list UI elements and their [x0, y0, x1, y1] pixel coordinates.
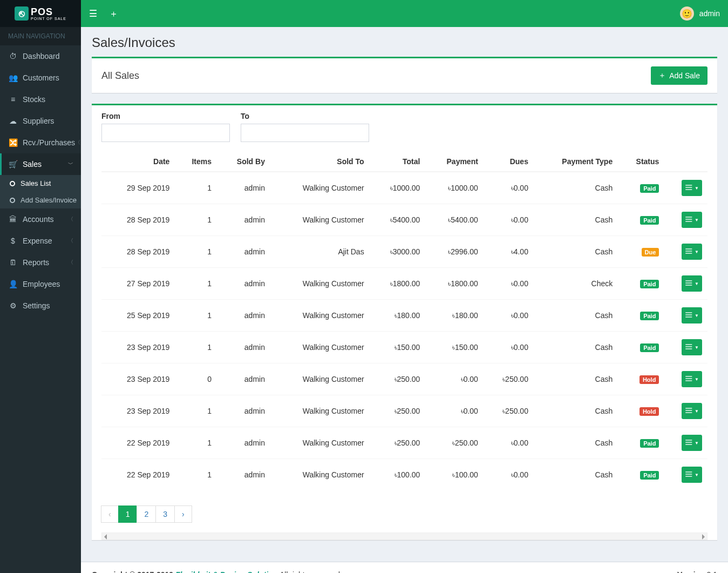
cell: 0: [175, 363, 217, 395]
status-cell: Paid: [618, 268, 664, 300]
nav-item-sales[interactable]: 🛒Sales﹀: [0, 153, 81, 175]
cell: 22 Sep 2019: [101, 427, 175, 459]
version-label: Version: [677, 570, 705, 573]
caret-down-icon: ▼: [695, 186, 699, 191]
row-actions-button[interactable]: ▼: [682, 275, 702, 292]
nav-item-expense[interactable]: $Expense〈: [0, 230, 81, 252]
add-sale-button[interactable]: ＋ Add Sale: [651, 66, 707, 85]
page-next[interactable]: ›: [174, 505, 192, 523]
caret-down-icon: ▼: [695, 250, 699, 254]
status-badge: Paid: [640, 216, 659, 225]
cell: ৳150.00: [425, 332, 484, 363]
row-actions-button[interactable]: ▼: [682, 467, 702, 483]
from-label: From: [101, 112, 230, 120]
cell: 1: [175, 268, 217, 300]
nav-section-header: MAIN NAVIGATION: [0, 27, 81, 45]
status-cell: Due: [618, 236, 664, 268]
status-cell: Paid: [618, 427, 664, 459]
cell: Walking Customer: [270, 300, 370, 332]
cell: ৳0.00: [484, 268, 534, 300]
nav-label: Reports: [23, 258, 49, 267]
col-items: Items: [175, 152, 217, 172]
plus-icon: ＋: [658, 71, 666, 80]
to-date-input[interactable]: [241, 124, 369, 142]
all-sales-box: All Sales ＋ Add Sale: [92, 57, 717, 93]
status-cell: Hold: [618, 363, 664, 395]
list-icon: [685, 439, 693, 447]
nav-item-rcv-purchases[interactable]: 🔀Rcv./Purchases〈: [0, 132, 81, 153]
cell: ৳250.00: [370, 363, 426, 395]
table-row: 29 Sep 20191adminWalking Customer৳1000.0…: [101, 172, 707, 204]
list-icon: [685, 311, 693, 320]
from-date-input[interactable]: [101, 124, 230, 142]
actions-cell: ▼: [664, 395, 707, 427]
page-1[interactable]: 1: [118, 505, 138, 523]
row-actions-button[interactable]: ▼: [682, 403, 702, 419]
status-cell: Paid: [618, 300, 664, 332]
nav-item-settings[interactable]: ⚙Settings: [0, 295, 81, 316]
pagination: ‹123›: [92, 496, 717, 532]
row-actions-button[interactable]: ▼: [682, 307, 702, 323]
nav-item-suppliers[interactable]: ☁Suppliers: [0, 110, 81, 132]
col-date: Date: [101, 152, 175, 172]
quick-add-icon[interactable]: ＋: [109, 8, 118, 20]
table-row: 23 Sep 20190adminWalking Customer৳250.00…: [101, 363, 707, 395]
row-actions-button[interactable]: ▼: [682, 339, 702, 355]
brand-subtitle: POINT OF SALE: [31, 17, 66, 21]
status-cell: Hold: [618, 395, 664, 427]
cell: 1: [175, 332, 217, 363]
horizontal-scrollbar[interactable]: [101, 532, 707, 540]
cell: ৳3000.00: [370, 236, 426, 268]
cell: Ajit Das: [270, 236, 370, 268]
cell: ৳0.00: [484, 427, 534, 459]
footer-copyright: Copyright © 2017-2019: [92, 570, 173, 573]
cell: 27 Sep 2019: [101, 268, 175, 300]
cell: ৳250.00: [370, 395, 426, 427]
nav-sub-sales-list[interactable]: Sales List: [0, 175, 81, 192]
cell: ৳0.00: [484, 172, 534, 204]
sales-list-box: From To DateItemsSold BySold ToTotalPaym…: [92, 104, 717, 540]
list-icon: [685, 279, 693, 288]
nav-item-reports[interactable]: 🗓Reports〈: [0, 252, 81, 273]
col-payment-type: Payment Type: [534, 152, 618, 172]
chevron-icon: 〈: [75, 139, 80, 146]
nav-item-stocks[interactable]: ≡Stocks: [0, 89, 81, 110]
page-2[interactable]: 2: [137, 505, 156, 523]
nav-sub-add-sales-invoice[interactable]: Add Sales/Invoice: [0, 192, 81, 208]
cell: ৳100.00: [425, 459, 484, 491]
cell: admin: [217, 172, 270, 204]
cell: ৳250.00: [370, 427, 426, 459]
sidebar-toggle-icon[interactable]: ☰: [89, 8, 97, 19]
cell: Cash: [534, 459, 618, 491]
caret-down-icon: ▼: [695, 281, 699, 286]
cell: ৳180.00: [370, 300, 426, 332]
employees-icon: 👤: [8, 280, 18, 288]
cell: admin: [217, 459, 270, 491]
row-actions-button[interactable]: ▼: [682, 371, 702, 387]
table-row: 22 Sep 20191adminWalking Customer৳100.00…: [101, 459, 707, 491]
nav-item-dashboard[interactable]: ⏱Dashboard: [0, 45, 81, 67]
col-status: Status: [618, 152, 664, 172]
cell: admin: [217, 204, 270, 236]
caret-down-icon: ▼: [695, 473, 699, 477]
actions-cell: ▼: [664, 268, 707, 300]
nav-item-customers[interactable]: 👥Customers: [0, 67, 81, 89]
actions-cell: ▼: [664, 332, 707, 363]
footer-brand[interactable]: Flexible it & Design Solution: [175, 570, 277, 573]
page-3[interactable]: 3: [155, 505, 175, 523]
row-actions-button[interactable]: ▼: [682, 244, 702, 260]
row-actions-button[interactable]: ▼: [682, 180, 702, 196]
cell: 1: [175, 236, 217, 268]
nav-item-employees[interactable]: 👤Employees: [0, 273, 81, 295]
page-prev: ‹: [101, 505, 119, 523]
row-actions-button[interactable]: ▼: [682, 212, 702, 228]
cell: Cash: [534, 172, 618, 204]
actions-cell: ▼: [664, 363, 707, 395]
nav-item-accounts[interactable]: 🏛Accounts〈: [0, 208, 81, 230]
nav-label: Sales: [23, 160, 42, 168]
brand-logo[interactable]: ⎋ POS POINT OF SALE: [0, 0, 81, 27]
stocks-icon: ≡: [8, 95, 18, 104]
row-actions-button[interactable]: ▼: [682, 435, 702, 451]
user-menu[interactable]: 🙂 admin: [680, 6, 720, 21]
user-name: admin: [699, 9, 720, 18]
